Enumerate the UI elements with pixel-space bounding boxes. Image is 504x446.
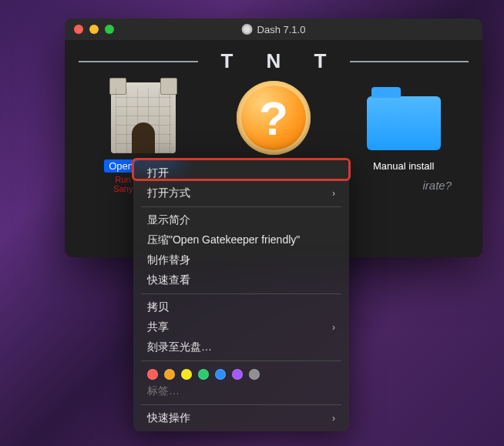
divider-left	[79, 61, 198, 62]
menu-open-with[interactable]: 打开方式 ›	[136, 183, 346, 203]
zoom-button[interactable]	[105, 25, 114, 34]
menu-open-with-label: 打开方式	[147, 186, 190, 200]
tag-gray[interactable]	[249, 369, 260, 380]
window-title-text: Dash 7.1.0	[257, 24, 306, 35]
tnt-header: T N T	[79, 49, 469, 73]
menu-separator	[141, 293, 341, 294]
menu-compress-label: 压缩"Open Gatekeeper friendly"	[147, 233, 300, 247]
menu-make-alias-label: 制作替身	[147, 253, 190, 267]
menu-separator	[141, 360, 341, 361]
close-button[interactable]	[74, 25, 83, 34]
menu-get-info-label: 显示简介	[147, 213, 190, 227]
titlebar: Dash 7.1.0	[65, 18, 482, 40]
menu-separator	[141, 206, 341, 207]
menu-make-alias[interactable]: 制作替身	[136, 250, 346, 270]
tag-orange[interactable]	[164, 369, 175, 380]
gatekeeper-icon	[111, 82, 176, 153]
divider-right	[350, 61, 469, 62]
menu-tags[interactable]: 标签…	[136, 381, 346, 401]
help-item[interactable]: ?	[216, 81, 331, 155]
minimize-button[interactable]	[89, 25, 99, 34]
menu-quick-actions-label: 快速操作	[147, 411, 190, 425]
folder-icon	[367, 96, 441, 150]
menu-open-label: 打开	[147, 166, 169, 180]
menu-quick-actions[interactable]: 快速操作 ›	[136, 408, 346, 428]
menu-burn-label: 刻录至光盘…	[147, 340, 212, 354]
tag-green[interactable]	[198, 369, 209, 380]
window-title: Dash 7.1.0	[242, 24, 306, 35]
context-menu: 打开 打开方式 › 显示简介 压缩"Open Gatekeeper friend…	[133, 160, 349, 431]
tag-red[interactable]	[147, 369, 158, 380]
menu-separator	[141, 404, 341, 405]
question-icon: ?	[237, 81, 311, 155]
menu-burn[interactable]: 刻录至光盘…	[136, 337, 346, 357]
chevron-right-icon: ›	[332, 322, 335, 333]
menu-copy-label: 拷贝	[147, 300, 169, 314]
tag-yellow[interactable]	[181, 369, 192, 380]
menu-compress[interactable]: 压缩"Open Gatekeeper friendly"	[136, 230, 346, 250]
menu-quick-look-label: 快速查看	[147, 273, 190, 287]
footer-text: irate?	[422, 179, 452, 192]
folder-item[interactable]: Manual install	[346, 81, 462, 173]
folder-label: Manual install	[368, 159, 439, 173]
chevron-right-icon: ›	[332, 188, 335, 199]
menu-share-label: 共享	[147, 320, 169, 334]
menu-copy[interactable]: 拷贝	[136, 297, 346, 317]
menu-share[interactable]: 共享 ›	[136, 317, 346, 337]
menu-open[interactable]: 打开	[136, 163, 346, 183]
tag-blue[interactable]	[215, 369, 226, 380]
tag-row	[136, 364, 346, 381]
menu-tags-label: 标签…	[147, 384, 180, 398]
traffic-lights	[74, 25, 114, 34]
chevron-right-icon: ›	[332, 413, 335, 424]
tag-purple[interactable]	[232, 369, 243, 380]
brand-text: T N T	[207, 49, 341, 73]
volume-icon	[242, 24, 253, 35]
menu-quick-look[interactable]: 快速查看	[136, 270, 346, 290]
menu-get-info[interactable]: 显示简介	[136, 210, 346, 230]
